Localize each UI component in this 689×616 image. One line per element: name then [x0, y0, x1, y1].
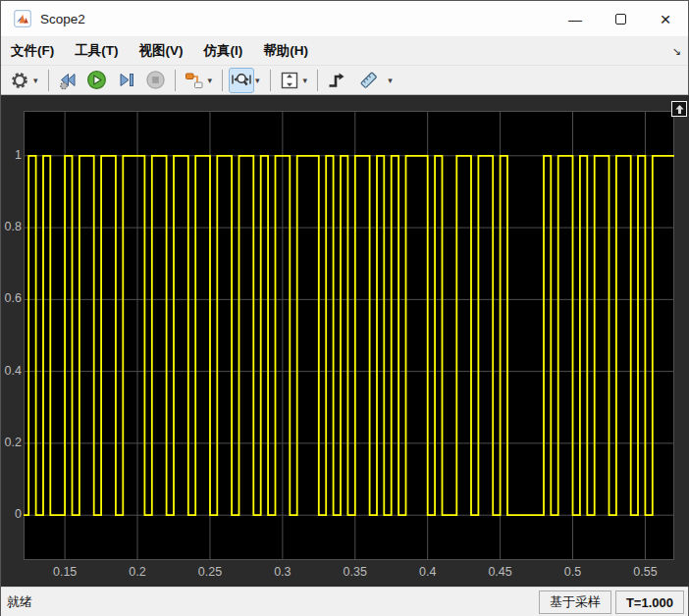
menu-help[interactable]: 帮助(H) [263, 42, 308, 60]
menu-overflow-icon[interactable]: ↘ [672, 45, 681, 58]
toolbar: ▾ [1, 66, 688, 95]
stop-icon [145, 70, 166, 90]
scope-window: Scope2 — × 文件(F) 工具(T) 视图(V) 仿真(I) 帮助(H)… [0, 0, 689, 616]
status-ready-text: 就绪 [1, 593, 32, 611]
maximize-icon [615, 14, 626, 25]
run-icon [86, 70, 107, 90]
y-tick-label: 0.2 [2, 436, 22, 449]
window-title: Scope2 [40, 12, 85, 26]
expand-axes-button[interactable] [671, 101, 687, 117]
waveform-plot [24, 111, 674, 560]
menu-bar: 文件(F) 工具(T) 视图(V) 仿真(I) 帮助(H) ↘ [1, 37, 688, 66]
x-tick-label: 0.45 [488, 565, 511, 579]
matlab-scope-icon [14, 10, 31, 27]
step-back-button[interactable] [55, 68, 80, 93]
maximize-button[interactable] [598, 1, 643, 37]
toolbar-separator [270, 70, 271, 91]
y-tick-label: 0.4 [2, 364, 22, 378]
trigger-icon [327, 71, 346, 90]
plot-region: 10.80.60.40.20 0.150.20.250.30.350.40.45… [1, 95, 689, 587]
zoom-dropdown-caret[interactable]: ▾ [254, 76, 264, 85]
minimize-button[interactable]: — [553, 1, 598, 37]
zoom-x-icon [232, 71, 251, 90]
x-tick-label: 0.3 [274, 565, 291, 579]
block-diagram-icon [185, 71, 204, 90]
y-tick-label: 0 [2, 507, 22, 521]
toolbar-separator [222, 70, 223, 91]
settings-gear-button[interactable] [7, 68, 32, 93]
x-tick-label: 0.55 [633, 565, 657, 579]
gear-icon [10, 71, 29, 90]
settings-dropdown-caret[interactable]: ▾ [32, 76, 42, 85]
measurements-dropdown-caret[interactable]: ▾ [387, 76, 397, 85]
status-bar: 就绪 基于采样 T=1.000 [1, 587, 688, 616]
menu-file[interactable]: 文件(F) [11, 42, 54, 60]
cursor-measurements-button[interactable] [355, 68, 381, 93]
menu-simulation[interactable]: 仿真(I) [204, 42, 243, 60]
trigger-button[interactable] [324, 68, 349, 93]
up-arrow-icon [674, 104, 685, 115]
status-mode-badge: 基于采样 [539, 590, 611, 614]
toolbar-separator [317, 70, 318, 91]
close-button[interactable]: × [643, 1, 688, 37]
ruler-icon [358, 70, 379, 90]
x-tick-label: 0.15 [53, 565, 77, 579]
x-tick-label: 0.2 [129, 565, 145, 579]
x-tick-label: 0.35 [344, 565, 367, 579]
zoom-x-button[interactable] [229, 68, 254, 93]
y-tick-label: 0.8 [2, 220, 22, 233]
blocks-dropdown-caret[interactable]: ▾ [207, 76, 217, 85]
y-tick-label: 1 [2, 148, 22, 162]
fit-to-view-button[interactable] [277, 68, 302, 93]
scope-axes[interactable] [24, 111, 674, 560]
title-bar[interactable]: Scope2 — × [1, 1, 688, 37]
x-tick-label: 0.25 [198, 565, 222, 579]
fit-to-view-icon [280, 71, 299, 90]
step-forward-button[interactable] [114, 68, 139, 93]
toolbar-separator [175, 70, 176, 91]
step-back-icon [58, 71, 78, 90]
status-time-badge: T=1.000 [615, 590, 684, 614]
y-tick-label: 0.6 [2, 291, 22, 305]
simulink-blocks-button[interactable] [182, 68, 207, 93]
run-button[interactable] [84, 68, 110, 93]
x-tick-label: 0.5 [564, 565, 581, 579]
menu-view[interactable]: 视图(V) [139, 42, 184, 60]
fit-dropdown-caret[interactable]: ▾ [302, 76, 312, 85]
step-forward-icon [117, 71, 136, 90]
stop-button[interactable] [143, 68, 169, 93]
x-tick-label: 0.4 [419, 565, 436, 579]
toolbar-separator [48, 70, 49, 91]
menu-tools[interactable]: 工具(T) [75, 42, 118, 60]
